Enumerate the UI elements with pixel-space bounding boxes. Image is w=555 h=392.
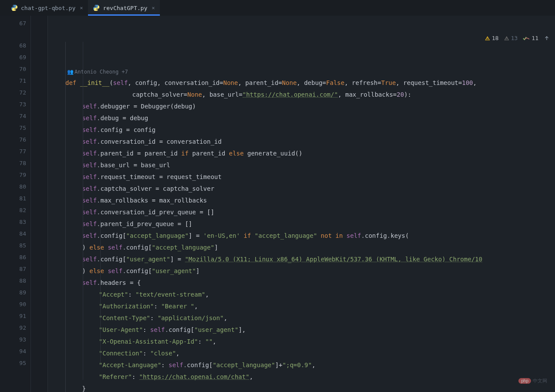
vcs-author-annotation[interactable]: 👥Antonio Cheong +7: [48, 64, 555, 77]
line-number: 86: [0, 251, 26, 263]
code-line[interactable]: [48, 52, 555, 64]
code-line[interactable]: "X-Openai-Assistant-App-Id": "",: [48, 336, 555, 348]
code-line[interactable]: ) else self.config["accept_language"]: [48, 242, 555, 253]
warnings-yellow[interactable]: 18: [485, 35, 499, 41]
people-icon: 👥: [67, 67, 73, 77]
check-icon: [523, 36, 530, 41]
line-number: 89: [0, 287, 26, 298]
line-number: 75: [0, 122, 26, 134]
code-line[interactable]: "Authorization": "Bearer ",: [48, 301, 555, 312]
line-number: 85: [0, 240, 26, 251]
line-number: 73: [0, 98, 26, 110]
close-icon[interactable]: ✕: [152, 5, 155, 11]
arrow-up-icon: [544, 35, 550, 41]
line-number: 95: [0, 357, 26, 369]
code-line[interactable]: self.captcha_solver = captcha_solver: [48, 183, 555, 195]
line-number: 74: [0, 110, 26, 122]
code-line[interactable]: self.max_rollbacks = max_rollbacks: [48, 195, 555, 206]
warning-icon: [485, 36, 490, 41]
line-number: 94: [0, 345, 26, 357]
line-number: 76: [0, 134, 26, 145]
python-file-icon: [93, 5, 99, 11]
line-number: 71: [0, 75, 26, 87]
code-area[interactable]: 👥Antonio Cheong +7def __init__(self, con…: [48, 16, 555, 392]
line-number: 78: [0, 157, 26, 169]
line-number: 77: [0, 145, 26, 157]
close-icon[interactable]: ✕: [80, 5, 83, 11]
code-line[interactable]: "Content-Type": "application/json",: [48, 312, 555, 324]
line-number: 84: [0, 228, 26, 240]
code-line[interactable]: "User-Agent": self.config["user_agent"],: [48, 324, 555, 336]
svg-rect-1: [487, 39, 488, 40]
inspection-status[interactable]: 18 13 11: [485, 35, 550, 41]
code-line[interactable]: self.parent_id = parent_id if parent_id …: [48, 148, 555, 159]
line-number: 70: [0, 63, 26, 75]
code-line[interactable]: captcha_solver=None, base_url="https://c…: [48, 89, 555, 101]
line-number: 80: [0, 181, 26, 193]
line-number: 83: [0, 216, 26, 228]
line-number: 91: [0, 310, 26, 322]
line-number: 67: [0, 17, 26, 40]
code-line[interactable]: self.base_url = base_url: [48, 159, 555, 171]
line-number: 68: [0, 40, 26, 51]
code-line[interactable]: self.request_timeout = request_timeout: [48, 171, 555, 183]
line-number: 92: [0, 322, 26, 334]
warnings-gray[interactable]: 13: [504, 35, 518, 41]
code-line[interactable]: "Accept": "text/event-stream",: [48, 289, 555, 301]
watermark: php中文网: [518, 377, 547, 384]
code-line[interactable]: self.conversation_id_prev_queue = []: [48, 206, 555, 218]
code-line[interactable]: "Accept-Language": self.config["accept_l…: [48, 359, 555, 371]
scroll-to-top[interactable]: [544, 35, 550, 41]
tab-label: chat-gpt-qbot.py: [21, 5, 75, 11]
code-line[interactable]: self.headers = {: [48, 277, 555, 289]
svg-rect-3: [506, 39, 507, 40]
editor: 6768697071727374757677787980818283848586…: [0, 16, 555, 392]
tab-bar: chat-gpt-qbot.py ✕ revChatGPT.py ✕: [0, 0, 555, 16]
code-line[interactable]: def __init__(self, config, conversation_…: [48, 77, 555, 89]
line-number: 93: [0, 334, 26, 345]
code-line[interactable]: self.parent_id_prev_queue = []: [48, 218, 555, 230]
code-line[interactable]: self.config["accept_language"] = 'en-US,…: [48, 230, 555, 242]
line-number: 88: [0, 275, 26, 287]
code-line[interactable]: self.debugger = Debugger(debug): [48, 101, 555, 112]
code-line[interactable]: "Referer": "https://chat.openai.com/chat…: [48, 371, 555, 383]
line-number: 82: [0, 204, 26, 216]
folding-rail[interactable]: [30, 16, 48, 392]
line-number: 72: [0, 87, 26, 98]
tab-chat-gpt-qbot[interactable]: chat-gpt-qbot.py ✕: [6, 0, 88, 16]
code-line[interactable]: self.debug = debug: [48, 112, 555, 124]
tab-revchatgpt[interactable]: revChatGPT.py ✕: [88, 0, 160, 16]
code-line[interactable]: self.config["user_agent"] = "Mozilla/5.0…: [48, 253, 555, 265]
warning-icon: [504, 36, 509, 41]
line-number: 79: [0, 169, 26, 181]
svg-rect-0: [487, 38, 488, 39]
line-number: 81: [0, 193, 26, 204]
svg-rect-2: [506, 38, 507, 39]
tab-label: revChatGPT.py: [103, 5, 147, 11]
code-line[interactable]: "Connection": "close",: [48, 348, 555, 359]
line-gutter: 6768697071727374757677787980818283848586…: [0, 16, 30, 392]
code-line[interactable]: ) else self.config["user_agent"]: [48, 265, 555, 277]
typos[interactable]: 11: [523, 35, 538, 41]
code-line[interactable]: self.config = config: [48, 124, 555, 136]
code-line[interactable]: self.conversation_id = conversation_id: [48, 136, 555, 148]
line-number: 69: [0, 51, 26, 63]
line-number: 87: [0, 263, 26, 275]
code-line[interactable]: }: [48, 383, 555, 392]
line-number: 90: [0, 298, 26, 310]
python-file-icon: [11, 5, 17, 11]
